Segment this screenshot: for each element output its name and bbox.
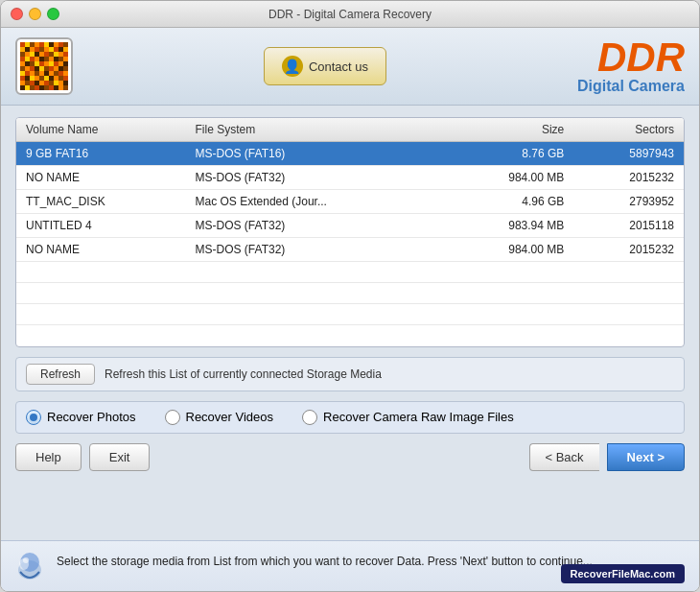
cell-name: NO NAME [16,238,186,262]
col-fs: File System [186,118,446,142]
title-bar: DDR - Digital Camera Recovery [1,1,699,28]
help-button[interactable]: Help [15,443,82,471]
cell-fs: MS-DOS (FAT32) [186,214,446,238]
cell-sectors: 2015232 [573,238,684,262]
info-bar: Select the storage media from List from … [1,540,699,591]
radio-photos-inner [30,414,37,421]
ddr-title: DDR [577,37,685,78]
window-controls [11,8,59,20]
cell-name: TT_MAC_DISK [16,190,186,214]
cell-size: 984.00 MB [445,166,573,190]
window-title: DDR - Digital Camera Recovery [268,8,432,21]
header: 👤 Contact us DDR Digital Camera [1,28,699,106]
app-logo [15,37,73,95]
option-videos[interactable]: Recover Videos [165,410,274,425]
contact-button[interactable]: 👤 Contact us [264,47,386,85]
main-window: DDR - Digital Camera Recovery 👤 Contact … [0,0,700,592]
col-size: Size [445,118,573,142]
watermark: RecoverFileMac.com [561,564,685,583]
ddr-logo: DDR Digital Camera [577,37,685,95]
table-row[interactable]: UNTITLED 4 MS-DOS (FAT32) 983.94 MB 2015… [16,214,684,238]
cell-sectors: 2015118 [573,214,684,238]
cell-sectors: 2793952 [573,190,684,214]
cell-name: NO NAME [16,166,186,190]
option-raw[interactable]: Recover Camera Raw Image Files [302,410,514,425]
col-volume: Volume Name [16,118,186,142]
option-photos[interactable]: Recover Photos [26,410,136,425]
svg-point-3 [23,557,29,563]
table-row[interactable]: TT_MAC_DISK Mac OS Extended (Jour... 4.9… [16,190,684,214]
cell-sectors: 2015232 [573,166,684,190]
person-icon: 👤 [282,56,303,77]
table-row[interactable]: NO NAME MS-DOS (FAT32) 984.00 MB 2015232 [16,166,684,190]
option-photos-label: Recover Photos [47,410,136,424]
cell-size: 983.94 MB [445,214,573,238]
cell-fs: Mac OS Extended (Jour... [186,190,446,214]
main-content: Volume Name File System Size Sectors 9 G… [1,106,699,540]
table-row[interactable]: NO NAME MS-DOS (FAT32) 984.00 MB 2015232 [16,238,684,262]
cell-name: UNTITLED 4 [16,214,186,238]
ddr-subtitle: Digital Camera [577,78,685,95]
col-sectors: Sectors [573,118,684,142]
refresh-button[interactable]: Refresh [26,364,95,385]
table-empty-row [16,262,684,283]
option-raw-label: Recover Camera Raw Image Files [323,410,514,424]
refresh-row: Refresh Refresh this List of currently c… [15,357,685,391]
info-icon [12,549,47,583]
cell-fs: MS-DOS (FAT32) [186,166,446,190]
cell-name: 9 GB FAT16 [16,142,186,166]
cell-size: 8.76 GB [445,142,573,166]
radio-photos[interactable] [26,410,41,425]
exit-button[interactable]: Exit [89,443,151,471]
radio-raw[interactable] [302,410,317,425]
cell-size: 4.96 GB [445,190,573,214]
minimize-button[interactable] [29,8,41,20]
option-videos-label: Recover Videos [186,410,274,424]
table-empty-row [16,325,684,346]
cell-size: 984.00 MB [445,238,573,262]
next-button[interactable]: Next > [607,443,685,471]
checker-icon [20,42,68,90]
close-button[interactable] [11,8,23,20]
table-empty-row [16,283,684,304]
cell-sectors: 5897943 [573,142,684,166]
back-button[interactable]: < Back [529,443,599,471]
info-text: Select the storage media from List from … [57,549,593,570]
maximize-button[interactable] [47,8,59,20]
volume-table: Volume Name File System Size Sectors 9 G… [15,117,685,347]
recovery-options: Recover Photos Recover Videos Recover Ca… [15,401,685,434]
cell-fs: MS-DOS (FAT16) [186,142,446,166]
cell-fs: MS-DOS (FAT32) [186,238,446,262]
radio-videos[interactable] [165,410,180,425]
table-row[interactable]: 9 GB FAT16 MS-DOS (FAT16) 8.76 GB 589794… [16,142,684,166]
bottom-buttons: Help Exit < Back Next > [15,443,685,471]
refresh-description: Refresh this List of currently connected… [105,367,382,381]
table-empty-row [16,304,684,325]
